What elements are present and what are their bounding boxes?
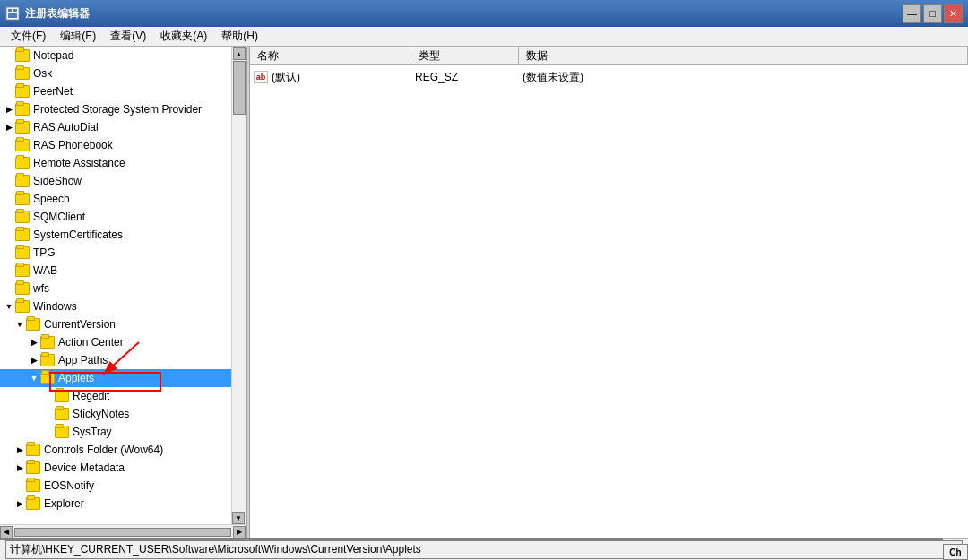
folder-icon bbox=[15, 228, 30, 241]
expand-arrow bbox=[4, 211, 14, 222]
expand-arrow bbox=[4, 283, 14, 294]
expand-arrow bbox=[4, 158, 14, 168]
tree-label: PeerNet bbox=[33, 85, 73, 98]
right-header: 名称 类型 数据 bbox=[250, 47, 968, 65]
tree-label: Action Center bbox=[58, 336, 124, 349]
tree-item-sqmclient[interactable]: SQMClient bbox=[0, 208, 246, 226]
title-text: 注册表编辑器 bbox=[25, 6, 90, 22]
tree-item-applets[interactable]: ▼ Applets bbox=[0, 369, 246, 387]
tree-label: Device Metadata bbox=[44, 461, 125, 474]
minimize-button[interactable]: — bbox=[903, 4, 921, 23]
svg-rect-3 bbox=[8, 13, 17, 18]
scroll-thumb[interactable] bbox=[233, 61, 246, 115]
tree-scroll[interactable]: Notepad Osk PeerNet ▶ bbox=[0, 47, 246, 538]
tree-item-sideshow[interactable]: SideShow bbox=[0, 172, 246, 190]
tree-item-tpg[interactable]: TPG bbox=[0, 244, 246, 262]
folder-icon bbox=[15, 282, 30, 295]
tree-label: Regedit bbox=[73, 390, 109, 402]
tree-item-osk[interactable]: Osk bbox=[0, 65, 246, 82]
tree-item-rasautodial[interactable]: ▶ RAS AutoDial bbox=[0, 118, 246, 136]
expand-arrow: ▼ bbox=[29, 373, 39, 383]
folder-icon bbox=[15, 49, 30, 62]
scroll-down[interactable]: ▼ bbox=[232, 512, 245, 524]
tree-label: SystemCertificates bbox=[33, 228, 123, 241]
menu-file[interactable]: 文件(F) bbox=[4, 27, 53, 46]
expand-arrow bbox=[43, 426, 54, 437]
folder-icon bbox=[15, 211, 30, 223]
scroll-up[interactable]: ▲ bbox=[233, 47, 246, 60]
expand-arrow bbox=[4, 68, 14, 79]
tree-label: Applets bbox=[58, 372, 94, 384]
tree-label: SideShow bbox=[33, 175, 82, 187]
tree-item-currentversion[interactable]: ▼ CurrentVersion bbox=[0, 315, 246, 333]
tree-scrollbar[interactable]: ▲ ▼ bbox=[231, 47, 246, 538]
folder-icon bbox=[15, 139, 30, 151]
tree-item-remoteassistance[interactable]: Remote Assistance bbox=[0, 154, 246, 172]
menu-help[interactable]: 帮助(H) bbox=[214, 27, 265, 46]
folder-icon bbox=[15, 67, 30, 80]
tree-label: EOSNotify bbox=[44, 479, 94, 492]
col-header-data: 数据 bbox=[519, 47, 968, 64]
reg-name: (默认) bbox=[272, 70, 300, 85]
expand-arrow: ▶ bbox=[4, 122, 14, 133]
folder-icon bbox=[26, 318, 40, 331]
tree-label: CurrentVersion bbox=[44, 318, 116, 331]
tree-item-explorer[interactable]: ▶ Explorer bbox=[0, 495, 246, 513]
tree-item-pssp[interactable]: ▶ Protected Storage System Provider bbox=[0, 100, 246, 118]
reg-name-cell: ab (默认) bbox=[254, 70, 415, 85]
tree-item-stickynotes[interactable]: StickyNotes bbox=[0, 405, 246, 423]
maximize-button[interactable]: □ bbox=[923, 4, 942, 23]
tree-label: Speech bbox=[33, 193, 70, 205]
table-row[interactable]: ab (默认) REG_SZ (数值未设置) bbox=[250, 68, 968, 86]
tree-item-notepad[interactable]: Notepad bbox=[0, 47, 246, 65]
reg-type-cell: REG_SZ bbox=[415, 71, 523, 83]
ab-icon: ab bbox=[254, 71, 268, 83]
tree-item-speech[interactable]: Speech bbox=[0, 190, 246, 208]
svg-rect-2 bbox=[13, 9, 17, 12]
tree-item-wab[interactable]: WAB bbox=[0, 262, 246, 280]
folder-icon bbox=[40, 354, 55, 366]
tree-item-rasphonebook[interactable]: RAS Phonebook bbox=[0, 136, 246, 154]
tree-label: Remote Assistance bbox=[33, 157, 125, 169]
tree-item-regedit[interactable]: Regedit bbox=[0, 387, 246, 405]
tree-item-eosnotify[interactable]: EOSNotify bbox=[0, 477, 246, 495]
tree-item-actioncenter[interactable]: ▶ Action Center bbox=[0, 333, 246, 351]
folder-icon bbox=[55, 426, 69, 438]
scroll-left[interactable]: ◀ bbox=[0, 526, 13, 538]
tree-item-controlsfolder[interactable]: ▶ Controls Folder (Wow64) bbox=[0, 441, 246, 459]
folder-icon bbox=[15, 246, 30, 259]
folder-icon bbox=[15, 175, 30, 187]
expand-arrow: ▶ bbox=[14, 462, 25, 473]
expand-arrow: ▶ bbox=[14, 498, 25, 509]
tree-panel: Notepad Osk PeerNet ▶ bbox=[0, 47, 246, 538]
close-button[interactable]: ✕ bbox=[944, 4, 963, 23]
expand-arrow: ▶ bbox=[29, 355, 39, 366]
tree-item-systray[interactable]: SysTray bbox=[0, 423, 246, 441]
tree-item-windows[interactable]: ▼ Windows bbox=[0, 297, 246, 315]
tree-label: SysTray bbox=[73, 426, 112, 438]
menu-view[interactable]: 查看(V) bbox=[103, 27, 153, 46]
folder-icon bbox=[40, 372, 55, 384]
horizontal-scrollbar[interactable]: ◀ ▶ bbox=[0, 524, 246, 538]
folder-icon bbox=[15, 121, 30, 134]
folder-icon bbox=[15, 193, 30, 205]
tree-item-peernet[interactable]: PeerNet bbox=[0, 82, 246, 100]
expand-arrow bbox=[4, 86, 14, 97]
tree-item-devicemetadata[interactable]: ▶ Device Metadata bbox=[0, 459, 246, 477]
tree-label: App Paths bbox=[58, 354, 108, 366]
folder-icon bbox=[15, 264, 30, 277]
scroll-right[interactable]: ▶ bbox=[233, 526, 246, 538]
tree-item-apppaths[interactable]: ▶ App Paths bbox=[0, 351, 246, 369]
expand-arrow bbox=[43, 391, 54, 401]
title-controls: — □ ✕ bbox=[903, 4, 963, 23]
tree-label: Controls Folder (Wow64) bbox=[44, 444, 163, 456]
hscroll-thumb[interactable] bbox=[14, 528, 231, 537]
expand-arrow bbox=[4, 265, 14, 276]
expand-arrow bbox=[4, 194, 14, 204]
tree-item-wfs[interactable]: wfs bbox=[0, 280, 246, 297]
folder-icon bbox=[40, 336, 55, 349]
expand-arrow bbox=[14, 480, 25, 491]
menu-edit[interactable]: 编辑(E) bbox=[53, 27, 103, 46]
tree-item-systemcerts[interactable]: SystemCertificates bbox=[0, 226, 246, 244]
menu-favorites[interactable]: 收藏夹(A) bbox=[153, 27, 214, 46]
